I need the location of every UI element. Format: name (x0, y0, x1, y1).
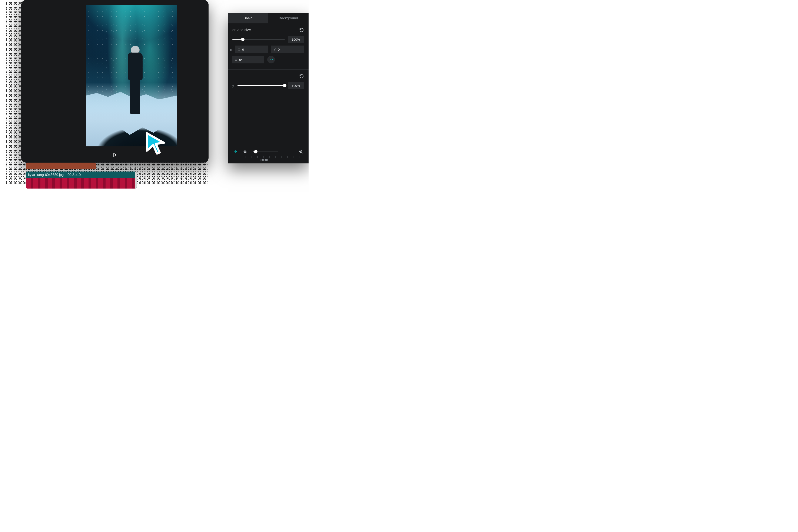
clip-duration: 00:21:19 (68, 173, 81, 177)
section-secondary: y 100% (228, 70, 308, 94)
svg-rect-2 (234, 151, 234, 152)
tab-background[interactable]: Background (268, 13, 308, 23)
reset-icon (299, 28, 304, 32)
opacity-slider-knob[interactable] (283, 84, 286, 87)
scale-slider[interactable] (232, 39, 285, 40)
zoom-in-icon (299, 150, 303, 154)
zoom-out-icon (243, 150, 247, 154)
svg-line-10 (302, 152, 303, 153)
secondary-label-fragment: y (232, 84, 234, 88)
position-label-fragment: n (230, 48, 232, 51)
svg-rect-3 (236, 151, 236, 152)
position-y-field[interactable]: Y 0 (271, 45, 304, 53)
svg-rect-0 (271, 58, 271, 61)
reset-button[interactable] (299, 28, 304, 32)
svg-line-6 (246, 152, 247, 153)
scale-slider-knob[interactable] (241, 38, 245, 41)
reset-icon (299, 74, 304, 78)
zoom-out-button[interactable] (243, 149, 248, 154)
preview-canvas[interactable] (86, 5, 177, 147)
timeline-track-top[interactable] (26, 163, 96, 169)
play-icon (113, 153, 117, 157)
tab-basic[interactable]: Basic (228, 13, 268, 23)
zoom-in-button[interactable] (298, 149, 304, 154)
section-heading: on and size (232, 28, 251, 32)
position-x-field[interactable]: X 0 (235, 45, 268, 53)
flip-horizontal-icon (269, 58, 273, 61)
scale-value[interactable]: 100% (288, 36, 304, 43)
play-button[interactable] (112, 152, 118, 158)
opacity-slider[interactable] (238, 86, 285, 86)
zoom-slider[interactable] (253, 152, 278, 152)
ruler-tick-label: 00:40 (261, 158, 268, 162)
properties-tabs: Basic Background (228, 13, 308, 23)
svg-rect-1 (235, 150, 235, 153)
snap-icon (233, 150, 237, 154)
opacity-value[interactable]: 100% (288, 82, 304, 89)
panel-footer: 00:40 (228, 147, 308, 164)
clip-thumbnails (26, 178, 137, 189)
clip-trim-handle[interactable] (135, 172, 137, 189)
time-ruler[interactable]: 00:40 (228, 156, 308, 164)
zoom-slider-knob[interactable] (254, 150, 258, 153)
properties-panel: Basic Background on and size 100% n (228, 13, 308, 164)
flip-horizontal-button[interactable] (267, 56, 275, 63)
preview-panel (21, 0, 209, 163)
reset-button-2[interactable] (299, 74, 304, 78)
clip-filename: kylar-kang-6045659.jpg (28, 173, 64, 177)
rotation-x-field[interactable]: X 0° (232, 56, 264, 63)
snap-toggle-button[interactable] (232, 149, 238, 154)
timeline-clip[interactable]: kylar-kang-6045659.jpg 00:21:19 (26, 172, 137, 189)
section-position-size: on and size 100% n X 0 (228, 23, 308, 68)
